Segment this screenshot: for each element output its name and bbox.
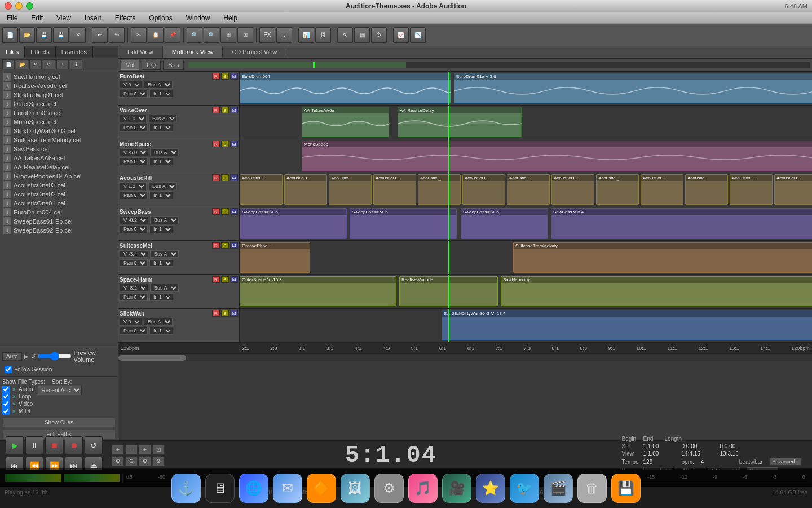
clip-sweep2[interactable]: SweepBass02-Eb <box>350 208 457 239</box>
sort-dropdown[interactable]: Recent Acc <box>38 386 82 395</box>
dock-vlc[interactable]: 🔶 <box>307 474 336 503</box>
sweepbass-in[interactable]: In 1 <box>149 225 173 233</box>
file-item-ac1[interactable]: ♩ AcousticOne01.cel <box>1 199 117 208</box>
spaceharm-volume[interactable]: V -3.2 <box>120 284 148 292</box>
play-button[interactable]: ▶ <box>6 436 24 454</box>
file-item-sweep1[interactable]: ♩ SweepBass01-Eb.cel <box>1 217 117 226</box>
zoom-4[interactable]: ⊕ <box>139 456 151 466</box>
menu-edit[interactable]: Edit <box>29 14 45 22</box>
clip-suitcase[interactable]: SuitcaseTremMelody <box>513 242 812 273</box>
fl-insert[interactable]: + <box>56 59 69 69</box>
tb-zoom-all[interactable]: ⊠ <box>237 27 253 43</box>
clip-aa-takes[interactable]: AA-TakesAA6a <box>302 107 389 137</box>
tb-levels[interactable]: 📈 <box>393 27 409 43</box>
tb-mixer[interactable]: 🎛 <box>315 27 331 43</box>
tb-rec-lvl[interactable]: 📊 <box>298 27 314 43</box>
spaceharm-pan[interactable]: Pan 0 <box>120 293 148 301</box>
slickwah-s-button[interactable]: S <box>221 310 229 317</box>
dock-dvd[interactable]: 🎬 <box>544 474 573 503</box>
sft-midi-check[interactable] <box>2 408 10 415</box>
file-item-outer[interactable]: ♩ OuterSpace.cel <box>1 99 117 108</box>
horizontal-scrollbar[interactable] <box>118 354 812 361</box>
zoom-custom[interactable]: ⊡ <box>152 445 165 455</box>
scrollbar-thumb[interactable] <box>118 355 186 361</box>
clip-acoustic-10[interactable]: AcousticO... <box>641 174 683 205</box>
menu-window[interactable]: Window <box>184 14 213 22</box>
clip-acoustic-2[interactable]: AcousticO... <box>284 174 327 205</box>
file-item-sawharmny[interactable]: ♩ SawHarmony.cel <box>1 72 117 81</box>
menu-file[interactable]: File <box>5 14 20 22</box>
spaceharm-in[interactable]: In 1 <box>149 293 173 301</box>
menu-help[interactable]: Help <box>221 14 240 22</box>
auto-button[interactable]: Auto <box>2 352 22 361</box>
monospace-in[interactable]: In 1 <box>149 157 173 165</box>
suitcase-bus[interactable]: Bus A <box>150 250 179 258</box>
file-item-realise[interactable]: ♩ Realise-Vocode.cel <box>1 81 117 90</box>
tab-cd-project-view[interactable]: CD Project View <box>223 46 286 58</box>
zoom-2[interactable]: ⊕ <box>112 456 124 466</box>
clip-sweep3[interactable]: SweepBass01-Eb <box>461 208 548 239</box>
preview-volume-slider[interactable] <box>38 354 72 358</box>
file-item-slick[interactable]: ♩ SlickLudwig01.cel <box>1 90 117 99</box>
clip-acoustic-1[interactable]: AcousticO... <box>240 174 283 205</box>
slickwah-bus[interactable]: Bus A <box>144 318 173 326</box>
voiceover-r-button[interactable]: R <box>212 107 220 113</box>
file-item-suitcase[interactable]: ♩ SuitcaseTremMelody.cel <box>1 135 117 144</box>
show-cues-button[interactable]: Show Cues <box>2 418 116 427</box>
tb-zoom-out[interactable]: 🔍 <box>204 27 219 43</box>
monospace-bus[interactable]: Bus A <box>150 148 179 156</box>
loop-button[interactable]: ↺ <box>85 436 103 454</box>
sft-loop-check[interactable] <box>2 393 10 400</box>
tb-cursor[interactable]: ↖ <box>337 27 353 43</box>
clip-slickwah[interactable]: S... SlickDirtyWah30-G V -13.4 <box>442 310 812 340</box>
clip-sawbass[interactable]: SawBass V 8.4 <box>551 208 812 239</box>
advanced-button[interactable]: Advanced... <box>769 458 802 466</box>
tb-zoom-sel[interactable]: ⊞ <box>220 27 236 43</box>
file-item-delay[interactable]: ♩ AA-RealiseDelay.cel <box>1 163 117 172</box>
clip-acoustic-13[interactable]: AcousticO... <box>774 174 812 205</box>
tb-save-as[interactable]: 💾 <box>53 27 69 43</box>
clip-acoustic-5[interactable]: Acoustic _ <box>418 174 461 205</box>
acousticriff-bus[interactable]: Bus A <box>148 182 177 190</box>
monospace-s-button[interactable]: S <box>221 141 229 147</box>
file-item-mono[interactable]: ♩ MonoSpace.cel <box>1 117 117 126</box>
dock-safari[interactable]: 🌐 <box>239 474 268 503</box>
voiceover-m-button[interactable]: M <box>230 107 238 113</box>
clip-acoustic-8[interactable]: AcousticO... <box>551 174 594 205</box>
clip-acoustic-12[interactable]: AcousticO... <box>730 174 773 205</box>
tab-effects[interactable]: Effects <box>25 46 55 58</box>
clip-eurodrum01a[interactable]: EuroDrum01a V 3.6 <box>454 73 812 103</box>
suitcase-m-button[interactable]: M <box>230 242 238 249</box>
clip-aa-realise[interactable]: AA-RealiseDelay <box>398 107 522 137</box>
sweepbass-pan[interactable]: Pan 0 <box>120 225 148 233</box>
dock-itunes[interactable]: 🎵 <box>408 474 438 503</box>
acousticriff-pan[interactable]: Pan 0 <box>120 191 148 199</box>
spaceharm-bus[interactable]: Bus A <box>150 284 179 292</box>
clip-acoustic-6[interactable]: AcousticO... <box>462 174 505 205</box>
clip-eurodrum004[interactable]: EuroDrum004 <box>240 73 451 103</box>
voiceover-bus[interactable]: Bus A <box>148 115 177 122</box>
tb-scope[interactable]: 📉 <box>410 27 426 43</box>
sweepbass-m-button[interactable]: M <box>230 208 238 215</box>
eurobeat-in[interactable]: In 1 <box>149 90 173 98</box>
mt-tab-bus[interactable]: Bus <box>163 60 184 70</box>
file-item-slickdirty[interactable]: ♩ SlickDirtyWah30-G.cel <box>1 126 117 135</box>
acousticriff-in[interactable]: In 1 <box>149 191 173 199</box>
tb-time[interactable]: ⏱ <box>371 27 387 43</box>
acousticriff-r-button[interactable]: R <box>212 174 220 181</box>
sweepbass-s-button[interactable]: S <box>221 208 229 215</box>
tab-favorites[interactable]: Favorites <box>56 46 93 58</box>
dock-imovie[interactable]: 🎥 <box>442 474 471 503</box>
monospace-m-button[interactable]: M <box>230 141 238 147</box>
file-item-groove[interactable]: ♩ GrooveRhodes19-Ab.cel <box>1 172 117 181</box>
eurobeat-bus[interactable]: Bus A <box>144 81 173 89</box>
dock-mail[interactable]: ✉ <box>273 474 302 503</box>
tab-files[interactable]: Files <box>0 46 25 58</box>
play-btn[interactable]: ▶ <box>24 353 29 360</box>
minimize-button[interactable] <box>15 2 23 10</box>
tb-close[interactable]: ✕ <box>70 27 86 43</box>
clip-monospace[interactable]: MonoSpace <box>302 141 812 171</box>
tb-open[interactable]: 📂 <box>19 27 35 43</box>
monospace-pan[interactable]: Pan 0 <box>120 157 148 165</box>
file-item-eurodrum[interactable]: ♩ EuroDrum01a.cel <box>1 108 117 117</box>
